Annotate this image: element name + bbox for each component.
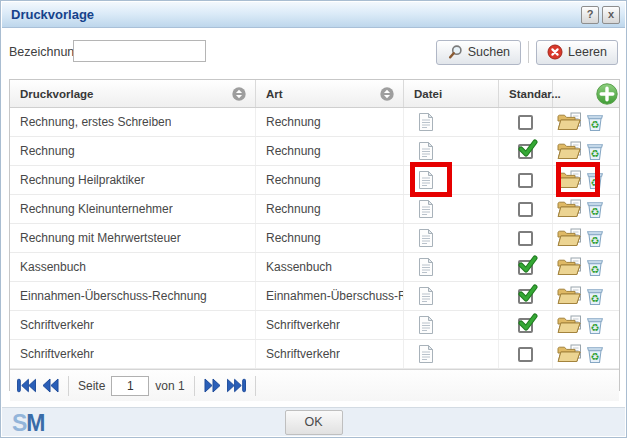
cell-art[interactable]: Schriftverkehr xyxy=(256,311,404,339)
cell-druckvorlage[interactable]: Rechnung Heilpraktiker xyxy=(10,166,256,194)
previous-page-icon[interactable] xyxy=(42,378,59,393)
open-folder-icon[interactable] xyxy=(556,315,582,335)
delete-icon[interactable]: ♻ xyxy=(585,228,605,248)
standard-checkbox[interactable] xyxy=(518,347,533,362)
svg-text:♻: ♻ xyxy=(591,293,600,304)
cell-druckvorlage[interactable]: Rechnung Kleinunternehmer xyxy=(10,195,256,223)
template-name: Rechnung xyxy=(10,144,75,158)
last-page-icon[interactable] xyxy=(227,378,246,393)
file-icon[interactable] xyxy=(418,170,434,190)
standard-checkbox[interactable] xyxy=(518,318,533,333)
delete-icon[interactable]: ♻ xyxy=(585,112,605,132)
cell-art[interactable]: Rechnung xyxy=(256,108,404,136)
first-page-icon[interactable] xyxy=(17,378,36,393)
table-row[interactable]: Rechnung Heilpraktiker Rechnung xyxy=(10,166,619,195)
table-row[interactable]: Kassenbuch Kassenbuch xyxy=(10,253,619,282)
file-icon[interactable] xyxy=(418,315,434,335)
column-header-datei[interactable]: Datei xyxy=(404,80,499,107)
delete-icon[interactable]: ♻ xyxy=(585,141,605,161)
leeren-button[interactable]: Leeren xyxy=(536,40,618,65)
cell-druckvorlage[interactable]: Schriftverkehr xyxy=(10,340,256,368)
close-button[interactable]: x xyxy=(602,6,620,24)
standard-checkbox[interactable] xyxy=(518,231,533,246)
delete-icon[interactable]: ♻ xyxy=(585,315,605,335)
leeren-button-label: Leeren xyxy=(568,45,607,59)
cell-datei xyxy=(404,224,499,252)
sort-icon[interactable] xyxy=(380,87,394,101)
table-row[interactable]: Einnahmen-Überschuss-Rechnung Einnahmen-… xyxy=(10,282,619,311)
cell-druckvorlage[interactable]: Rechnung xyxy=(10,137,256,165)
cell-druckvorlage[interactable]: Rechnung, erstes Schreiben xyxy=(10,108,256,136)
table-row[interactable]: Rechnung, erstes Schreiben Rechnung xyxy=(10,108,619,137)
template-name: Rechnung, erstes Schreiben xyxy=(10,115,171,129)
file-icon[interactable] xyxy=(418,228,434,248)
standard-checkbox[interactable] xyxy=(518,260,533,275)
standard-checkbox[interactable] xyxy=(518,202,533,217)
svg-text:♻: ♻ xyxy=(591,264,600,275)
page-number-input[interactable] xyxy=(111,376,149,396)
file-icon[interactable] xyxy=(418,286,434,306)
file-icon[interactable] xyxy=(418,344,434,364)
open-folder-icon[interactable] xyxy=(556,257,582,277)
search-icon xyxy=(447,44,463,60)
file-icon[interactable] xyxy=(418,141,434,161)
standard-checkbox[interactable] xyxy=(518,173,533,188)
table-row[interactable]: Schriftverkehr Schriftverkehr xyxy=(10,311,619,340)
bezeichnung-input[interactable] xyxy=(73,40,206,62)
cell-actions: ♻ xyxy=(553,311,619,339)
cell-actions: ♻ xyxy=(553,137,619,165)
table-row[interactable]: Rechnung mit Mehrwertsteuer Rechnung xyxy=(10,224,619,253)
open-folder-icon[interactable] xyxy=(556,141,582,161)
column-header-standard[interactable]: Standar... xyxy=(499,80,553,107)
add-template-icon[interactable] xyxy=(596,83,618,105)
template-art: Schriftverkehr xyxy=(256,347,340,361)
cell-art[interactable]: Rechnung xyxy=(256,166,404,194)
cell-art[interactable]: Rechnung xyxy=(256,195,404,223)
standard-checkbox[interactable] xyxy=(518,289,533,304)
svg-text:♻: ♻ xyxy=(591,177,600,188)
table-row[interactable]: Rechnung Kleinunternehmer Rechnung xyxy=(10,195,619,224)
cell-standard xyxy=(499,108,553,136)
standard-checkbox[interactable] xyxy=(518,115,533,130)
delete-icon[interactable]: ♻ xyxy=(585,170,605,190)
file-icon[interactable] xyxy=(418,257,434,277)
cell-standard xyxy=(499,311,553,339)
template-name: Schriftverkehr xyxy=(10,318,94,332)
cell-art[interactable]: Kassenbuch xyxy=(256,253,404,281)
column-header-art[interactable]: Art xyxy=(256,80,404,107)
cell-art[interactable]: Schriftverkehr xyxy=(256,340,404,368)
open-folder-icon[interactable] xyxy=(556,170,582,190)
delete-icon[interactable]: ♻ xyxy=(585,257,605,277)
sm-logo: SM xyxy=(12,410,45,437)
open-folder-icon[interactable] xyxy=(556,199,582,219)
cell-druckvorlage[interactable]: Einnahmen-Überschuss-Rechnung xyxy=(10,282,256,310)
table-row[interactable]: Rechnung Rechnung xyxy=(10,137,619,166)
template-art: Rechnung xyxy=(256,144,321,158)
cell-art[interactable]: Rechnung xyxy=(256,224,404,252)
open-folder-icon[interactable] xyxy=(556,286,582,306)
cell-druckvorlage[interactable]: Kassenbuch xyxy=(10,253,256,281)
delete-icon[interactable]: ♻ xyxy=(585,199,605,219)
cell-druckvorlage[interactable]: Schriftverkehr xyxy=(10,311,256,339)
cell-druckvorlage[interactable]: Rechnung mit Mehrwertsteuer xyxy=(10,224,256,252)
next-page-icon[interactable] xyxy=(204,378,221,393)
delete-icon[interactable]: ♻ xyxy=(585,286,605,306)
open-folder-icon[interactable] xyxy=(556,228,582,248)
cell-art[interactable]: Einnahmen-Überschuss-Rec... xyxy=(256,282,404,310)
ok-button[interactable]: OK xyxy=(285,410,343,435)
cell-art[interactable]: Rechnung xyxy=(256,137,404,165)
file-icon[interactable] xyxy=(418,199,434,219)
column-header-druckvorlage[interactable]: Druckvorlage xyxy=(10,80,256,107)
suchen-button[interactable]: Suchen xyxy=(436,40,521,65)
template-art: Rechnung xyxy=(256,115,321,129)
delete-icon[interactable]: ♻ xyxy=(585,344,605,364)
open-folder-icon[interactable] xyxy=(556,344,582,364)
table-row[interactable]: Schriftverkehr Schriftverkehr xyxy=(10,340,619,369)
standard-checkbox[interactable] xyxy=(518,144,533,159)
open-folder-icon[interactable] xyxy=(556,112,582,132)
cell-actions: ♻ xyxy=(553,195,619,223)
sort-icon[interactable] xyxy=(232,87,246,101)
help-button[interactable]: ? xyxy=(581,6,599,24)
file-icon[interactable] xyxy=(418,112,434,132)
template-name: Schriftverkehr xyxy=(10,347,94,361)
